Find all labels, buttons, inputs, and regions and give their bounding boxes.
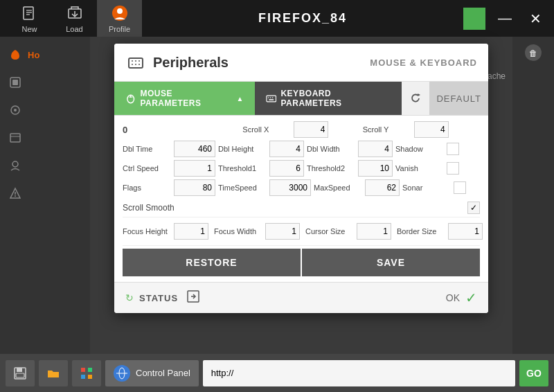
ctrl-speed-input[interactable] <box>174 160 215 177</box>
ok-check-icon[interactable]: ✓ <box>465 289 477 306</box>
svg-rect-43 <box>81 375 85 379</box>
go-button[interactable]: GO <box>519 360 548 386</box>
scroll-row: 0 Scroll X Scroll Y <box>123 121 480 138</box>
taskbar-save-button[interactable] <box>6 360 35 386</box>
svg-point-17 <box>15 195 16 197</box>
sidebar-item-2[interactable] <box>0 70 90 95</box>
modal-overlay: Peripherals MOUSE & KEYBOARD MOUSE PARAM… <box>90 37 512 354</box>
main-area: Ho <box>0 37 554 354</box>
taskbar-grid-button[interactable] <box>72 360 101 386</box>
keyboard-tab[interactable]: KEYBOARD PARAMETERS <box>255 82 402 115</box>
new-button[interactable]: New <box>7 0 52 37</box>
flags-label: Flags <box>123 184 171 192</box>
taskbar-folder-button[interactable] <box>39 360 68 386</box>
sidebar-icon-5 <box>8 159 22 172</box>
mouse-icon <box>125 93 136 104</box>
export-icon[interactable] <box>186 289 200 306</box>
dbl-row: Dbl Time Dbl Height Dbl Width Shado <box>123 141 480 157</box>
focus-height-label: Focus Height <box>123 227 171 235</box>
save-button[interactable]: SAVE <box>302 249 480 276</box>
shadow-pair: Shadow <box>395 143 480 155</box>
sidebar-item-3[interactable] <box>0 98 90 123</box>
load-button[interactable]: Load <box>52 0 97 37</box>
cursor-size-input[interactable] <box>357 223 391 240</box>
app-title: FIREFOX_84 <box>142 11 463 26</box>
timespeed-label: TimeSpeed <box>218 184 267 192</box>
svg-rect-41 <box>81 368 85 372</box>
param-form: 0 Scroll X Scroll Y <box>114 116 488 282</box>
vanish-pair: Vanish <box>395 162 480 175</box>
sidebar-item-6[interactable] <box>0 181 90 206</box>
dbl-width-label: Dbl Width <box>307 145 355 153</box>
dbl-time-input[interactable] <box>174 141 215 157</box>
threshold2-input[interactable] <box>358 160 393 177</box>
scroll-x-input[interactable] <box>294 121 328 138</box>
timespeed-input[interactable] <box>269 179 311 196</box>
taskbar-app-button[interactable]: Control Panel <box>105 360 199 386</box>
focus-row: Focus Height Focus Width Cursor Size <box>123 217 480 246</box>
threshold2-pair: Threshold2 <box>307 160 393 177</box>
scroll-y-input[interactable] <box>414 121 449 138</box>
scroll-y-label: Scroll Y <box>363 125 411 134</box>
modal-subtitle: MOUSE & KEYBOARD <box>370 57 477 68</box>
minimize-button[interactable]: — <box>492 8 517 29</box>
svg-rect-42 <box>88 368 92 372</box>
svg-rect-40 <box>16 373 24 377</box>
svg-point-11 <box>14 109 17 112</box>
threshold1-label: Threshold1 <box>218 164 267 172</box>
sidebar-item-1[interactable]: Ho <box>0 42 90 67</box>
taskbar-app-icon <box>114 365 130 382</box>
right-sidebar-icon: 🗑 <box>523 42 544 63</box>
modal-header: Peripherals MOUSE & KEYBOARD <box>114 44 488 82</box>
profile-icon <box>111 4 129 22</box>
mouse-tab-label: MOUSE PARAMETERS <box>140 89 232 108</box>
sidebar-item-5[interactable] <box>0 153 90 178</box>
mouse-tab-arrow: ▲ <box>237 95 244 103</box>
zero-pair: 0 <box>123 125 240 135</box>
mouse-tab[interactable]: MOUSE PARAMETERS ▲ <box>114 82 255 115</box>
dbl-width-input[interactable] <box>358 141 393 157</box>
sidebar-icon-3 <box>8 103 22 117</box>
ctrl-speed-pair: Ctrl Speed <box>123 160 215 177</box>
zero-label: 0 <box>123 125 136 135</box>
status-refresh-icon[interactable]: ↻ <box>125 292 134 303</box>
default-button[interactable]: DEFAULT <box>429 82 488 115</box>
vanish-checkbox[interactable] <box>447 162 459 175</box>
close-button[interactable]: ✕ <box>524 8 547 30</box>
focus-height-input[interactable] <box>174 223 208 240</box>
keyboard-tab-label: KEYBOARD PARAMETERS <box>280 89 391 108</box>
new-icon <box>21 4 39 22</box>
sidebar-label-1: Ho <box>28 50 39 60</box>
shadow-label: Shadow <box>395 145 444 153</box>
svg-rect-18 <box>129 58 143 68</box>
dbl-height-pair: Dbl Height <box>218 141 304 157</box>
border-size-input[interactable] <box>448 223 483 240</box>
timespeed-pair: TimeSpeed <box>218 179 311 196</box>
focus-width-input[interactable] <box>265 223 300 240</box>
sidebar-item-4[interactable] <box>0 125 90 150</box>
sidebar-icon-2 <box>8 75 22 89</box>
flags-row: Flags TimeSpeed MaxSpeed Sonar <box>123 179 480 196</box>
flags-input[interactable] <box>174 179 215 196</box>
threshold1-input[interactable] <box>269 160 304 177</box>
footer-right: OK ✓ <box>446 289 477 306</box>
cursor-size-label: Cursor Size <box>305 227 354 235</box>
threshold2-label: Threshold2 <box>307 164 355 172</box>
shadow-checkbox[interactable] <box>447 143 459 155</box>
sidebar-icon-1 <box>8 48 22 62</box>
sonar-checkbox[interactable] <box>454 181 466 194</box>
dbl-height-input[interactable] <box>269 141 304 157</box>
refresh-button[interactable] <box>402 82 429 115</box>
scroll-smooth-row: Scroll Smooth ✓ <box>123 199 480 217</box>
action-row: RESTORE SAVE <box>123 249 480 276</box>
right-sidebar: 🗑 <box>512 37 554 354</box>
restore-button[interactable]: RESTORE <box>123 249 301 276</box>
profile-button[interactable]: Profile <box>97 0 142 37</box>
maxspeed-pair: MaxSpeed <box>314 179 400 196</box>
vanish-label: Vanish <box>395 164 444 172</box>
scroll-smooth-label: Scroll Smooth <box>123 203 175 213</box>
scroll-smooth-checkbox[interactable]: ✓ <box>467 202 480 214</box>
maxspeed-input[interactable] <box>365 179 400 196</box>
scroll-smooth-check: ✓ <box>470 203 477 213</box>
url-input[interactable] <box>203 360 515 386</box>
